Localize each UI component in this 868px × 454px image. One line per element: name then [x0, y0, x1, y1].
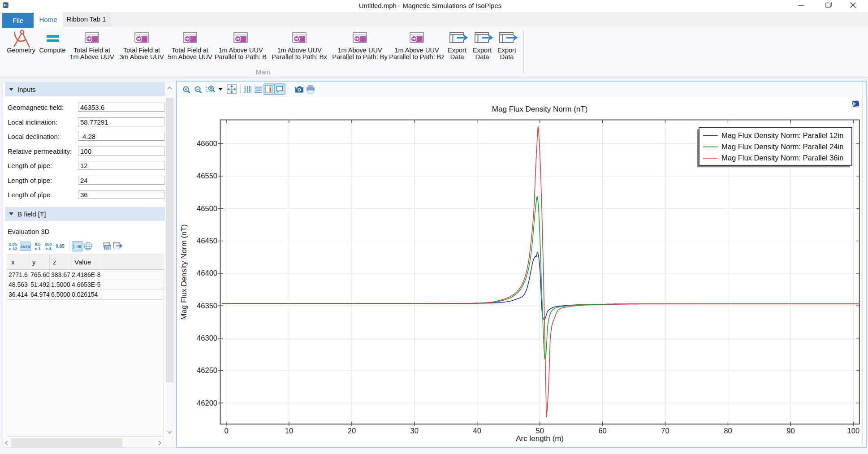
- svg-text:46600: 46600: [197, 139, 217, 147]
- svg-text:46250: 46250: [197, 366, 217, 374]
- svg-text:100: 100: [847, 427, 860, 435]
- svg-text:60: 60: [598, 427, 606, 435]
- svg-text:46550: 46550: [197, 172, 217, 180]
- svg-text:46500: 46500: [197, 204, 217, 212]
- svg-text:10: 10: [285, 427, 293, 435]
- svg-text:Arc length (m): Arc length (m): [516, 434, 564, 443]
- svg-text:Mag Flux Density Norm: Paralle: Mag Flux Density Norm: Parallel 36in: [721, 154, 843, 162]
- svg-text:30: 30: [410, 427, 419, 435]
- svg-text:46350: 46350: [197, 302, 217, 310]
- svg-text:20: 20: [348, 427, 356, 435]
- svg-text:40: 40: [473, 427, 481, 435]
- svg-text:46400: 46400: [197, 269, 217, 277]
- svg-text:46200: 46200: [197, 399, 217, 407]
- svg-text:50: 50: [536, 427, 544, 435]
- svg-text:80: 80: [724, 427, 732, 435]
- svg-text:46300: 46300: [197, 334, 217, 342]
- svg-text:90: 90: [786, 427, 795, 435]
- svg-text:46450: 46450: [197, 237, 217, 245]
- svg-text:Mag Flux Density Norm: Paralle: Mag Flux Density Norm: Parallel 12in: [721, 131, 843, 139]
- svg-text:Mag Flux Density Norm (nT): Mag Flux Density Norm (nT): [180, 224, 188, 320]
- svg-text:0: 0: [224, 427, 228, 435]
- svg-text:70: 70: [661, 427, 669, 435]
- svg-text:Mag Flux Density Norm: Paralle: Mag Flux Density Norm: Parallel 24in: [721, 143, 843, 151]
- svg-text:Mag Flux Density Norm (nT): Mag Flux Density Norm (nT): [492, 105, 587, 113]
